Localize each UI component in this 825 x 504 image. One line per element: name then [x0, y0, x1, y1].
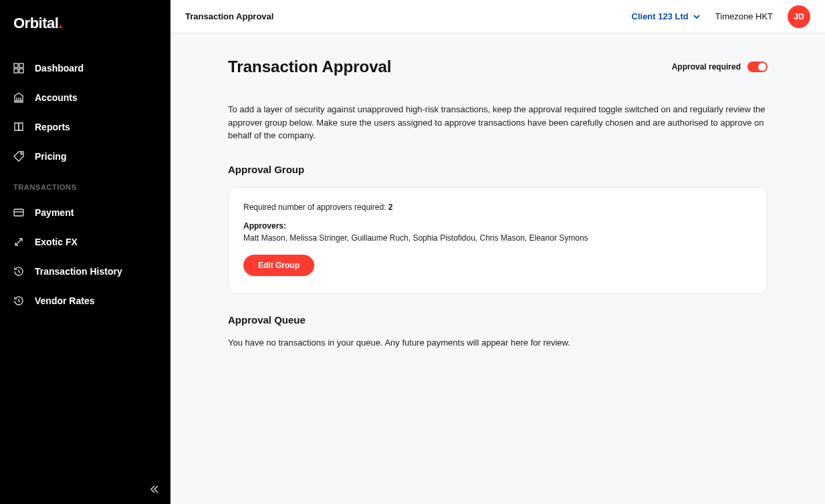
client-selector[interactable]: Client 123 Ltd	[632, 11, 701, 21]
page-content: Transaction Approval Approval required T…	[170, 33, 825, 504]
breadcrumb-title: Transaction Approval	[185, 11, 273, 21]
edit-group-button[interactable]: Edit Group	[243, 255, 314, 276]
history-icon	[13, 266, 24, 277]
approval-group-card: Required number of approvers required: 2…	[228, 187, 768, 294]
main-area: Transaction Approval Client 123 Ltd Time…	[170, 0, 825, 504]
sidebar-collapse-button[interactable]	[149, 484, 160, 497]
sidebar: Orbital. Dashboard Accounts Reports Pric…	[0, 0, 170, 504]
svg-rect-5	[14, 209, 23, 216]
svg-rect-1	[19, 64, 23, 68]
topbar-right: Client 123 Ltd Timezone HKT JD	[632, 5, 810, 28]
sidebar-item-label: Pricing	[35, 151, 66, 162]
sidebar-item-label: Exotic FX	[35, 237, 78, 247]
approval-required-toggle[interactable]	[747, 61, 768, 72]
approval-queue-heading: Approval Queue	[228, 314, 768, 326]
page-title: Transaction Approval	[228, 57, 392, 76]
sidebar-item-accounts[interactable]: Accounts	[0, 83, 170, 112]
card-icon	[13, 207, 24, 218]
sidebar-item-dashboard[interactable]: Dashboard	[0, 53, 170, 83]
dashboard-icon	[13, 63, 24, 74]
sidebar-item-vendor-rates[interactable]: Vendor Rates	[0, 286, 170, 316]
sidebar-item-reports[interactable]: Reports	[0, 112, 170, 142]
toggle-label: Approval required	[672, 62, 741, 72]
approvers-label: Approvers:	[243, 221, 752, 231]
sidebar-item-payment[interactable]: Payment	[0, 198, 170, 227]
approvers-list: Matt Mason, Melissa Stringer, Guillaume …	[243, 233, 752, 243]
brand-dot: .	[58, 15, 62, 31]
avatar[interactable]: JD	[788, 5, 810, 28]
svg-point-4	[21, 153, 22, 154]
approval-queue-empty-text: You have no transactions in your queue. …	[228, 338, 768, 348]
brand-logo[interactable]: Orbital.	[0, 0, 170, 39]
svg-rect-3	[19, 69, 23, 73]
nav-primary: Dashboard Accounts Reports Pricing	[0, 53, 170, 171]
approval-group-heading: Approval Group	[228, 164, 768, 175]
required-approvers-label: Required number of approvers required:	[243, 203, 386, 212]
svg-rect-0	[14, 64, 18, 68]
required-approvers-count: 2	[388, 203, 393, 212]
sidebar-item-label: Payment	[35, 207, 74, 218]
sidebar-item-label: Vendor Rates	[35, 295, 94, 306]
svg-rect-2	[14, 69, 18, 73]
sidebar-item-pricing[interactable]: Pricing	[0, 142, 170, 171]
sidebar-item-transaction-history[interactable]: Transaction History	[0, 257, 170, 286]
intro-text: To add a layer of security against unapp…	[228, 103, 768, 142]
clock-icon	[13, 295, 24, 306]
chevron-down-icon	[693, 13, 701, 21]
topbar: Transaction Approval Client 123 Ltd Time…	[170, 0, 825, 33]
sidebar-item-label: Accounts	[35, 92, 78, 103]
brand-name: Orbital	[13, 15, 58, 31]
nav-transactions: Payment Exotic FX Transaction History Ve…	[0, 198, 170, 316]
exchange-icon	[13, 237, 24, 247]
sidebar-section-transactions: TRANSACTIONS	[0, 171, 170, 198]
client-name: Client 123 Ltd	[632, 11, 689, 21]
sidebar-item-label: Dashboard	[35, 63, 84, 74]
toggle-knob	[758, 63, 766, 71]
page-header: Transaction Approval Approval required	[228, 57, 768, 76]
tag-icon	[13, 151, 24, 162]
required-approvers-row: Required number of approvers required: 2	[243, 203, 752, 212]
sidebar-item-label: Reports	[35, 122, 70, 132]
sidebar-item-label: Transaction History	[35, 266, 122, 277]
book-icon	[13, 122, 24, 132]
timezone-label: Timezone HKT	[715, 11, 773, 21]
bank-icon	[13, 92, 24, 103]
chevron-double-left-icon	[149, 484, 160, 495]
approval-required-toggle-group: Approval required	[672, 61, 768, 72]
sidebar-item-exotic-fx[interactable]: Exotic FX	[0, 227, 170, 257]
